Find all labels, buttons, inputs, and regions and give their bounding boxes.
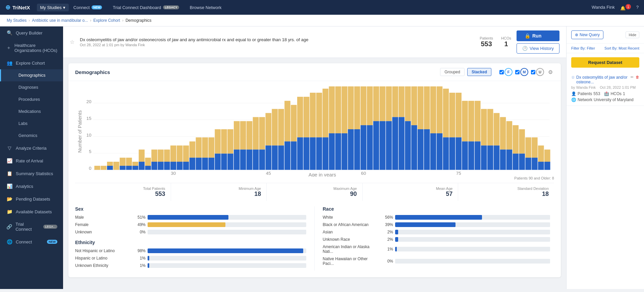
svg-rect-24: [139, 162, 145, 170]
bar-track: [148, 248, 306, 253]
bar-fill: [395, 230, 398, 234]
sex-ethnicity-section: Sex Male51%Female49%Unknown0% Ethnicity …: [75, 206, 315, 271]
chart-note: Patients 90 and Older: 8: [75, 176, 554, 180]
sidebar-item-demographics[interactable]: Demographics: [0, 69, 63, 81]
sort-label[interactable]: Sort By: Most Recent: [604, 46, 639, 50]
svg-rect-48: [215, 129, 221, 154]
trial-connect-icon: 🔗: [6, 224, 12, 229]
breadcrumb-antibiotic[interactable]: Antibiotic use in mandibular o...: [32, 18, 88, 23]
filter-f-checkbox[interactable]: F: [499, 68, 513, 76]
stacked-button[interactable]: Stacked: [467, 68, 491, 76]
notification-icon[interactable]: 🔔1: [620, 4, 631, 11]
nav-item-trial-connect[interactable]: Trial Connect Dashboard LEGACY: [111, 5, 180, 10]
stats-row: Total Patients 553 Minimum Age 18 Maximu…: [75, 183, 554, 201]
sidebar-item-procedures[interactable]: Procedures: [0, 93, 63, 105]
sidebar-item-pending-datasets[interactable]: 📂 Pending Datasets: [0, 193, 63, 205]
new-query-button[interactable]: ⊕ New Query: [571, 30, 603, 39]
svg-rect-14: [107, 162, 113, 166]
bar-row: Hispanic or Latino1%: [75, 256, 306, 261]
query-card-actions: ✏ 🗑: [631, 75, 639, 79]
svg-rect-142: [500, 150, 506, 170]
svg-rect-104: [386, 86, 392, 121]
svg-rect-39: [183, 162, 189, 170]
svg-rect-76: [297, 137, 303, 170]
request-dataset-button[interactable]: Request Dataset: [571, 57, 639, 68]
svg-rect-120: [437, 86, 443, 133]
svg-rect-16: [113, 162, 119, 170]
query-info: Dx osteomyelitis of jaw and/or osteonecr…: [80, 37, 474, 47]
svg-rect-13: [101, 166, 107, 170]
bar-pct: 0%: [132, 230, 146, 234]
filter-u-checkbox[interactable]: U: [531, 68, 544, 76]
filter-m-checkbox[interactable]: M: [515, 68, 528, 76]
svg-rect-87: [335, 86, 341, 133]
sidebar-item-summary-statistics[interactable]: 📋 Summary Statistics: [0, 167, 63, 180]
breadcrumb-current: Demographics: [125, 18, 151, 23]
svg-rect-38: [183, 145, 189, 161]
sidebar-badge-legacy: LEGA...: [43, 225, 57, 229]
svg-rect-47: [208, 158, 214, 170]
sidebar-item-trial-connect[interactable]: 🔗 Trial Connect LEGA...: [0, 218, 63, 235]
star-button[interactable]: ☆: [70, 39, 74, 45]
help-icon[interactable]: ?: [636, 5, 639, 10]
trash-icon[interactable]: 🗑: [636, 75, 639, 79]
sidebar-item-rate-of-arrival[interactable]: 📈 Rate of Arrival: [0, 154, 63, 167]
view-history-button[interactable]: 🕐 View History: [517, 43, 559, 54]
hide-button[interactable]: Hide: [626, 31, 639, 38]
svg-text:10: 10: [87, 133, 92, 138]
sidebar-item-explore-cohort[interactable]: 👥 Explore Cohort: [0, 57, 63, 69]
svg-rect-111: [405, 121, 411, 170]
filter-u-input[interactable]: [531, 70, 535, 74]
study-selector[interactable]: My Studies ▾: [37, 4, 69, 11]
svg-rect-116: [424, 86, 430, 129]
breadcrumb-sep-3: ›: [122, 18, 123, 23]
ethnicity-bars: Not Hispanic or Latino98%Hispanic or Lat…: [75, 248, 306, 268]
svg-rect-56: [240, 121, 246, 150]
svg-rect-59: [247, 150, 253, 170]
svg-rect-52: [227, 129, 233, 154]
filter-f-input[interactable]: [499, 70, 504, 74]
svg-rect-20: [126, 166, 132, 170]
top-nav-right: Wanda Fink 🔔1 ?: [592, 4, 639, 11]
sidebar-item-diagnoses[interactable]: Diagnoses: [0, 81, 63, 93]
filter-m-input[interactable]: [515, 70, 520, 74]
hcos-stat: HCOs 1: [501, 36, 511, 48]
sidebar-item-analytics[interactable]: 📊 Analytics: [0, 180, 63, 193]
sidebar-item-query-builder[interactable]: 🔍 Query Builder: [0, 26, 63, 39]
nav-item-connect[interactable]: Connect NEW: [72, 5, 103, 10]
filter-label[interactable]: Filter By: Filter: [571, 46, 595, 50]
run-button[interactable]: 🔒 Run: [517, 30, 559, 41]
grouped-button[interactable]: Grouped: [440, 68, 465, 76]
breadcrumb-my-studies[interactable]: My Studies: [7, 18, 26, 23]
sidebar-item-connect[interactable]: 🌐 Connect NEW: [0, 235, 63, 248]
query-card-title[interactable]: ☆ Dx osteomylitis of jaw and/or osteone.…: [571, 75, 639, 84]
svg-rect-51: [221, 154, 227, 170]
bar-row: Male51%: [75, 215, 306, 220]
patients-stat: Patients 553: [480, 36, 493, 48]
svg-rect-63: [259, 150, 265, 170]
sidebar-item-genomics[interactable]: Genomics: [0, 130, 63, 142]
sidebar-item-labs[interactable]: Labs: [0, 118, 63, 130]
chart-settings-button[interactable]: ⚙: [547, 69, 554, 75]
bar-track: [395, 247, 550, 251]
bar-pct: 0%: [380, 259, 393, 264]
users-icon: 👥: [6, 60, 12, 66]
svg-rect-53: [227, 154, 233, 170]
sidebar-item-available-datasets[interactable]: 📁 Available Datasets: [0, 205, 63, 218]
sidebar-item-medications[interactable]: Medications: [0, 105, 63, 118]
svg-rect-121: [437, 133, 443, 170]
bar-row: American Indian or Alaska Nati...1%: [323, 244, 550, 254]
svg-rect-137: [487, 109, 493, 145]
svg-rect-134: [475, 141, 481, 170]
edit-icon[interactable]: ✏: [631, 75, 634, 79]
svg-rect-57: [240, 150, 246, 170]
analytics-icon: 📊: [6, 184, 12, 189]
svg-rect-156: [544, 162, 550, 170]
svg-rect-94: [354, 129, 360, 170]
breadcrumb-explore-cohort[interactable]: Explore Cohort: [93, 18, 120, 23]
svg-text:15: 15: [87, 116, 92, 121]
nav-item-browse-network[interactable]: Browse Network: [189, 5, 223, 10]
sidebar-item-analyze-criteria[interactable]: ▽ Analyze Criteria: [0, 142, 63, 154]
sidebar-item-hcos[interactable]: ＋ Healthcare Organizations (HCOs): [0, 39, 63, 57]
svg-rect-49: [215, 154, 221, 170]
